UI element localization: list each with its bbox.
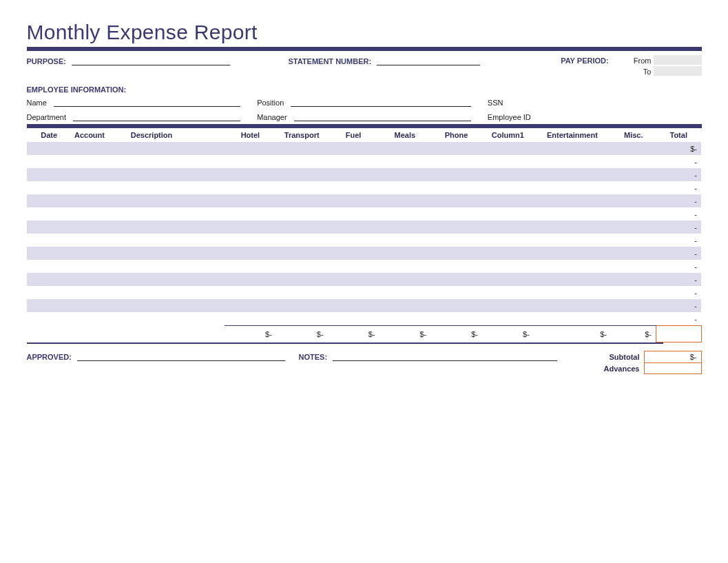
table-cell[interactable]	[379, 234, 430, 247]
table-cell[interactable]	[225, 234, 276, 247]
table-cell[interactable]	[328, 312, 379, 326]
table-cell[interactable]	[328, 207, 379, 221]
table-cell[interactable]	[27, 194, 72, 207]
table-cell[interactable]	[534, 207, 611, 221]
table-cell[interactable]	[379, 299, 430, 312]
table-cell[interactable]	[430, 286, 482, 299]
table-row[interactable]: -	[27, 260, 702, 273]
table-cell[interactable]	[534, 168, 611, 181]
table-cell[interactable]	[72, 312, 128, 326]
table-cell[interactable]	[72, 155, 128, 168]
table-cell[interactable]	[482, 273, 534, 286]
table-cell[interactable]	[482, 155, 534, 168]
table-cell[interactable]	[276, 312, 328, 326]
table-cell[interactable]	[328, 168, 379, 181]
table-cell[interactable]	[430, 155, 482, 168]
advances-value[interactable]	[644, 363, 701, 374]
table-cell[interactable]	[611, 221, 656, 234]
table-cell[interactable]	[328, 142, 379, 155]
table-cell[interactable]	[225, 260, 276, 273]
table-cell[interactable]	[430, 247, 482, 260]
table-cell[interactable]	[534, 221, 611, 234]
table-cell[interactable]	[534, 260, 611, 273]
table-cell[interactable]	[27, 273, 72, 286]
to-input[interactable]	[654, 66, 702, 76]
table-cell[interactable]	[482, 247, 534, 260]
table-cell[interactable]	[379, 207, 430, 221]
table-cell[interactable]	[534, 155, 611, 168]
table-cell[interactable]	[72, 181, 128, 194]
table-cell[interactable]	[328, 155, 379, 168]
table-cell[interactable]	[534, 142, 611, 155]
table-cell[interactable]	[72, 286, 128, 299]
table-cell[interactable]	[27, 234, 72, 247]
table-cell[interactable]	[611, 168, 656, 181]
approved-input[interactable]	[77, 351, 285, 361]
table-cell[interactable]	[534, 194, 611, 207]
table-cell[interactable]	[72, 299, 128, 312]
table-cell[interactable]	[27, 155, 72, 168]
table-cell[interactable]	[128, 299, 225, 312]
table-cell[interactable]	[430, 207, 482, 221]
table-cell[interactable]	[276, 168, 328, 181]
table-cell[interactable]	[276, 260, 328, 273]
table-cell[interactable]	[276, 273, 328, 286]
table-cell[interactable]	[482, 286, 534, 299]
table-cell[interactable]	[27, 207, 72, 221]
table-cell[interactable]	[611, 194, 656, 207]
emp-position-input[interactable]	[291, 96, 471, 107]
table-cell[interactable]	[225, 194, 276, 207]
table-cell[interactable]	[328, 260, 379, 273]
table-cell[interactable]	[72, 234, 128, 247]
table-cell[interactable]	[328, 247, 379, 260]
table-cell[interactable]	[128, 273, 225, 286]
table-cell[interactable]	[328, 221, 379, 234]
table-cell[interactable]	[379, 142, 430, 155]
table-cell[interactable]	[276, 142, 328, 155]
table-cell[interactable]	[276, 299, 328, 312]
table-cell[interactable]	[276, 181, 328, 194]
table-cell[interactable]	[225, 273, 276, 286]
table-cell[interactable]	[534, 286, 611, 299]
table-cell[interactable]	[276, 247, 328, 260]
table-cell[interactable]	[128, 181, 225, 194]
table-cell[interactable]	[225, 221, 276, 234]
table-cell[interactable]	[72, 194, 128, 207]
table-cell[interactable]	[225, 142, 276, 155]
table-cell[interactable]	[225, 299, 276, 312]
table-cell[interactable]	[379, 273, 430, 286]
table-row[interactable]: -	[27, 181, 702, 194]
table-cell[interactable]	[27, 221, 72, 234]
table-cell[interactable]	[534, 181, 611, 194]
table-cell[interactable]	[611, 155, 656, 168]
table-cell[interactable]	[225, 247, 276, 260]
table-cell[interactable]	[328, 181, 379, 194]
table-row[interactable]: -	[27, 168, 702, 181]
table-cell[interactable]	[611, 234, 656, 247]
table-cell[interactable]	[27, 181, 72, 194]
table-cell[interactable]	[128, 286, 225, 299]
table-cell[interactable]	[27, 247, 72, 260]
notes-input[interactable]	[333, 351, 557, 361]
table-cell[interactable]	[27, 312, 72, 326]
table-cell[interactable]	[379, 194, 430, 207]
table-cell[interactable]	[128, 207, 225, 221]
table-cell[interactable]	[482, 181, 534, 194]
table-cell[interactable]	[611, 273, 656, 286]
table-cell[interactable]	[27, 142, 72, 155]
table-cell[interactable]	[379, 260, 430, 273]
table-cell[interactable]	[72, 142, 128, 155]
table-row[interactable]: -	[27, 273, 702, 286]
table-cell[interactable]	[430, 299, 482, 312]
table-cell[interactable]	[430, 273, 482, 286]
table-cell[interactable]	[482, 168, 534, 181]
table-cell[interactable]	[379, 155, 430, 168]
statement-input[interactable]	[377, 55, 480, 65]
table-cell[interactable]	[611, 260, 656, 273]
table-row[interactable]: -	[27, 312, 702, 326]
table-cell[interactable]	[482, 221, 534, 234]
table-cell[interactable]	[482, 234, 534, 247]
table-cell[interactable]	[276, 207, 328, 221]
table-cell[interactable]	[225, 207, 276, 221]
table-cell[interactable]	[27, 168, 72, 181]
